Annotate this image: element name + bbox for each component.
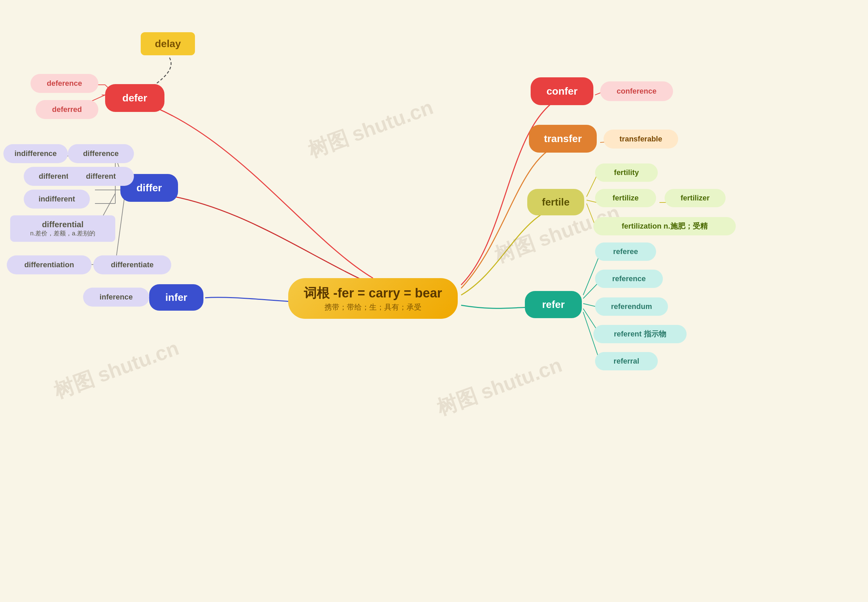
fertilizer-node: fertilizer [664, 189, 725, 207]
watermark-2: 树图 shutu.cn [304, 94, 437, 164]
referral-node: referral [595, 352, 658, 370]
defer-label: defer [123, 92, 147, 104]
different-label: different [86, 172, 116, 181]
confer-label: confer [547, 86, 578, 97]
referendum-label: referendum [611, 302, 652, 311]
fertilization-node: fertilization n.施肥；受精 [593, 217, 736, 235]
fertilize-node: fertilize [595, 189, 656, 207]
center-subtitle: 携带；带给；生；具有；承受 [325, 302, 422, 313]
delay-node: delay [141, 32, 195, 55]
deferred-node: deferred [35, 100, 98, 119]
different-node: different [68, 167, 134, 186]
transferable-node: transferable [604, 129, 678, 149]
transfer-node: transfer [529, 125, 597, 153]
referendum-node: referendum [595, 298, 668, 316]
differ-label: differ [136, 182, 162, 194]
fertility-node: fertility [595, 163, 658, 182]
referee-node: referee [595, 243, 656, 261]
reference-label: reference [612, 274, 646, 283]
difference-label: difference [83, 149, 119, 158]
fertilize-label: fertilize [612, 194, 638, 203]
differential-label: differential [42, 220, 84, 229]
fertility-label: fertility [614, 168, 639, 177]
deference-label: deference [47, 79, 82, 88]
svg-line-22 [587, 176, 597, 197]
fertile-label: fertile [542, 197, 570, 208]
differential-node: differential n.差价，差额，a.差别的 [10, 215, 115, 242]
inference-node: inference [83, 287, 149, 307]
confer-node: confer [531, 77, 593, 105]
center-title: 词根 -fer = carry = bear [304, 284, 442, 302]
referee-label: referee [613, 247, 638, 256]
deferred-label: deferred [52, 105, 82, 114]
reference-node: reference [595, 270, 663, 288]
fertile-node: fertile [527, 189, 584, 215]
fertilization-label: fertilization n.施肥；受精 [622, 221, 708, 231]
differential-desc: n.差价，差额，a.差别的 [30, 229, 95, 237]
defer-node: defer [105, 84, 164, 112]
watermark-4: 树图 shutu.cn [433, 352, 566, 422]
differentiate-node: differentiate [93, 255, 171, 274]
referent-label: referent 指示物 [614, 329, 666, 339]
differentiation-node: differentiation [7, 255, 92, 274]
difference-node: difference [68, 144, 134, 163]
inference-label: inference [100, 293, 133, 301]
transfer-label: transfer [544, 133, 582, 144]
refer-label: refer [542, 299, 565, 310]
conference-node: conference [600, 81, 673, 101]
transferable-label: transferable [620, 135, 662, 143]
conference-label: conference [617, 87, 656, 96]
indifferent-node: indifferent [24, 190, 90, 209]
differentiation-label: differentiation [25, 261, 74, 269]
indifference-node: indifference [3, 144, 68, 163]
referent-node: referent 指示物 [593, 325, 687, 343]
deference-node: deference [31, 74, 98, 93]
refer-node: refer [525, 291, 582, 318]
watermark-1: 树图 shutu.cn [50, 335, 183, 405]
differentiate-label: differentiate [111, 261, 153, 269]
referral-label: referral [614, 357, 639, 366]
infer-node: infer [149, 284, 204, 311]
infer-label: infer [165, 292, 187, 303]
indifferent-label: indifferent [39, 195, 75, 203]
svg-line-14 [115, 190, 126, 264]
center-node: 词根 -fer = carry = bear 携带；带给；生；具有；承受 [288, 278, 458, 319]
indifference-label: indifference [15, 149, 57, 158]
delay-label: delay [155, 38, 181, 49]
fertilizer-label: fertilizer [681, 194, 710, 203]
